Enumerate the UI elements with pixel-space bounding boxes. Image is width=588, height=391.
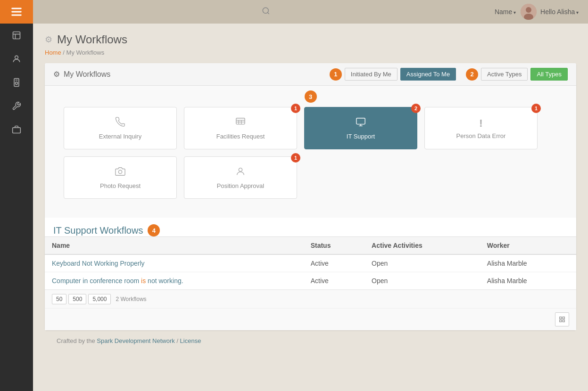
tile-facilities-request[interactable]: 1 Facilities Request <box>184 107 297 149</box>
tile-external-inquiry[interactable]: External Inquiry <box>64 107 177 149</box>
breadcrumb-home[interactable]: Home <box>45 49 61 56</box>
row1-activities: Open <box>364 254 480 272</box>
sidebar-icon-wrench[interactable] <box>0 94 33 118</box>
col-worker: Worker <box>480 237 576 255</box>
step4-badge: 4 <box>148 224 160 236</box>
row2-status: Active <box>304 272 364 290</box>
tile-it-support-label: IT Support <box>347 133 375 140</box>
tile-position-approval-badge: 1 <box>291 153 300 163</box>
footer-spark-link[interactable]: Spark Development Network <box>97 337 174 344</box>
search-area <box>42 7 490 17</box>
page-size-500[interactable]: 500 <box>68 294 86 304</box>
section-heading: IT Support Workflows 4 <box>45 218 576 236</box>
tile-external-inquiry-label: External Inquiry <box>99 133 141 140</box>
card-title: ⚙ My Workflows <box>53 70 110 79</box>
grid-view-button[interactable] <box>555 312 569 326</box>
svg-point-3 <box>15 56 18 59</box>
filter-group: 1 Initiated By Me Assigned To Me 2 Activ… <box>330 68 568 81</box>
filter-all-types-button[interactable]: All Types <box>530 68 568 81</box>
sidebar-icon-badge[interactable] <box>0 71 33 94</box>
col-status: Status <box>304 237 364 255</box>
tile-person-data-error[interactable]: 1 ! Person Data Error <box>424 107 538 149</box>
page-gear-icon: ⚙ <box>45 34 52 45</box>
row1-status: Active <box>304 254 364 272</box>
tile-facilities-badge: 1 <box>291 104 300 113</box>
row2-activities: Open <box>364 272 480 290</box>
step1-badge: 1 <box>330 68 342 81</box>
row1-name: Keyboard Not Working Properly <box>45 254 304 272</box>
section-title: IT Support Workflows <box>53 225 143 236</box>
person-data-error-icon: ! <box>479 117 482 130</box>
col-active-activities: Active Activities <box>364 237 480 255</box>
filter-initiated-button[interactable]: Initiated By Me <box>345 68 398 81</box>
svg-point-22 <box>239 168 242 171</box>
topnav: Name Hello Alisha <box>33 0 588 24</box>
sidebar-icon-briefcase[interactable] <box>0 118 33 141</box>
external-inquiry-icon <box>115 117 125 130</box>
filter-active-types-button[interactable]: Active Types <box>481 68 528 81</box>
footer-license-link[interactable]: License <box>180 337 201 344</box>
breadcrumb: Home / My Workflows <box>45 49 576 56</box>
tile-it-support[interactable]: 2 IT Support <box>304 107 417 149</box>
workflows-section: IT Support Workflows 4 Name Status Activ… <box>45 218 576 330</box>
user-menu[interactable]: Hello Alisha <box>521 4 579 20</box>
sidebar-logo[interactable] <box>0 0 33 24</box>
row1-worker: Alisha Marble <box>480 254 576 272</box>
page-size-5000[interactable]: 5,000 <box>88 294 111 304</box>
row2-name-link[interactable]: Computer in conference room is not worki… <box>52 277 183 285</box>
tile-photo-request-label: Photo Request <box>100 182 141 189</box>
footer-separator: / <box>176 337 180 344</box>
row2-name: Computer in conference room is not worki… <box>45 272 304 290</box>
step3-badge: 3 <box>305 90 317 103</box>
facilities-request-icon <box>235 117 246 130</box>
breadcrumb-separator: / <box>63 49 66 56</box>
card-header: ⚙ My Workflows 1 Initiated By Me Assigne… <box>45 63 576 86</box>
page-header: ⚙ My Workflows <box>45 33 576 46</box>
tile-it-support-badge: 2 <box>411 104 421 113</box>
row1-name-link[interactable]: Keyboard Not Working Properly <box>52 260 145 267</box>
row2-worker: Alisha Marble <box>480 272 576 290</box>
name-dropdown[interactable]: Name <box>495 8 516 16</box>
tile-facilities-request-label: Facilities Request <box>216 133 265 140</box>
pagination-bar: 50 500 5,000 2 Workflows <box>45 290 576 308</box>
filter-assigned-button[interactable]: Assigned To Me <box>400 68 456 81</box>
tile-photo-request[interactable]: Photo Request <box>64 156 177 199</box>
svg-rect-0 <box>13 32 20 39</box>
svg-rect-23 <box>560 317 562 319</box>
page-content: ⚙ My Workflows Home / My Workflows ⚙ My … <box>33 24 588 391</box>
workflows-table: Name Status Active Activities Worker Key… <box>45 236 576 290</box>
tile-position-approval[interactable]: 1 Position Approval <box>184 156 297 199</box>
page-footer: Crafted by the Spark Development Network… <box>45 330 576 351</box>
position-approval-icon <box>235 166 246 179</box>
svg-rect-24 <box>563 317 564 319</box>
svg-point-11 <box>526 7 531 13</box>
photo-request-icon <box>115 166 125 179</box>
card-gear-icon: ⚙ <box>53 70 60 79</box>
it-support-icon <box>356 117 366 130</box>
svg-line-9 <box>268 12 269 14</box>
tile-person-data-error-label: Person Data Error <box>456 132 506 139</box>
main-content: Name Hello Alisha ⚙ My Workflows Home / … <box>33 0 588 391</box>
search-icon[interactable] <box>262 7 270 17</box>
svg-rect-18 <box>356 118 365 124</box>
sidebar-icon-person[interactable] <box>0 47 33 71</box>
svg-rect-13 <box>236 118 245 124</box>
table-header-row: Name Status Active Activities Worker <box>45 237 576 255</box>
tile-person-data-error-badge: 1 <box>531 104 541 113</box>
svg-rect-26 <box>563 320 564 322</box>
breadcrumb-current: My Workflows <box>66 49 105 56</box>
main-card: ⚙ My Workflows 1 Initiated By Me Assigne… <box>45 63 576 330</box>
workflow-tiles: External Inquiry 1 Facilities Request 2 <box>54 98 567 208</box>
table-row: Keyboard Not Working Properly Active Ope… <box>45 254 576 272</box>
workflow-count: 2 Workflows <box>116 296 146 302</box>
avatar <box>521 4 537 20</box>
svg-point-21 <box>118 170 122 173</box>
svg-point-8 <box>263 8 269 13</box>
step2-badge: 2 <box>466 68 478 81</box>
sidebar-icon-documents[interactable] <box>0 24 33 47</box>
card-title-text: My Workflows <box>64 70 110 79</box>
page-size-50[interactable]: 50 <box>52 294 66 304</box>
hello-user-label[interactable]: Hello Alisha <box>540 8 579 16</box>
table-row: Computer in conference room is not worki… <box>45 272 576 290</box>
svg-rect-7 <box>13 128 21 133</box>
